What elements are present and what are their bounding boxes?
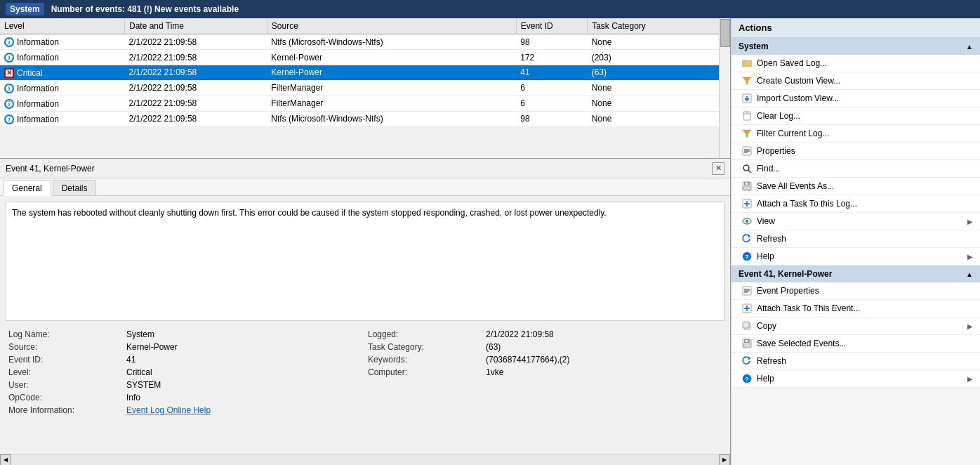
col-task-category[interactable]: Task Category xyxy=(588,18,730,34)
event-section-arrow: ▲ xyxy=(966,270,973,278)
action-refresh-system[interactable]: Refresh xyxy=(731,230,980,248)
level-text: Critical xyxy=(17,68,43,78)
svg-point-23 xyxy=(746,220,748,223)
source-cell: Ntfs (Microsoft-Windows-Ntfs) xyxy=(267,111,516,126)
action-create-custom-view[interactable]: Create Custom View... xyxy=(731,72,980,90)
vertical-scrollbar[interactable] xyxy=(719,18,730,158)
source-cell: FilterManager xyxy=(267,80,516,96)
info-icon: i xyxy=(4,37,14,47)
table-row[interactable]: iInformation2/1/2022 21:09:58FilterManag… xyxy=(0,80,730,96)
scroll-right-button[interactable]: ▶ xyxy=(719,454,730,466)
events-table: Level Date and Time Source Event ID Task xyxy=(0,18,730,127)
task_category-cell: (203) xyxy=(588,50,730,65)
keywords-label: Keywords: xyxy=(368,355,480,365)
source-cell: Kernel-Power xyxy=(267,50,516,65)
top-bar-subtitle: Number of events: 481 (!) New events ava… xyxy=(51,4,239,14)
action-help-system[interactable]: ?Help▶ xyxy=(731,248,980,266)
source-label: Source: xyxy=(8,342,121,352)
action-clear-log[interactable]: Clear Log... xyxy=(731,107,980,125)
system-section-header[interactable]: System ▲ xyxy=(731,38,980,55)
tab-general[interactable]: General xyxy=(3,181,51,196)
svg-rect-38 xyxy=(743,343,750,347)
action-attach-task-log[interactable]: Attach a Task To this Log... xyxy=(731,195,980,213)
user-label: User: xyxy=(8,380,121,390)
action-properties[interactable]: Properties xyxy=(731,143,980,160)
close-button[interactable]: ✕ xyxy=(712,162,724,175)
opcode-label: OpCode: xyxy=(8,393,121,402)
table-row[interactable]: iInformation2/1/2022 21:09:58Kernel-Powe… xyxy=(0,50,730,65)
action-submenu-arrow: ▶ xyxy=(967,322,973,330)
info-icon: i xyxy=(4,99,14,109)
help-icon: ? xyxy=(741,251,753,262)
datetime-cell: 2/1/2022 21:09:58 xyxy=(124,50,267,65)
col-datetime[interactable]: Date and Time xyxy=(124,18,267,34)
system-actions-list: Open Saved Log...Create Custom View...Im… xyxy=(731,55,980,266)
action-find[interactable]: Find... xyxy=(731,160,980,178)
svg-rect-18 xyxy=(743,186,750,190)
event-detail-title: Event 41, Kernel-Power xyxy=(6,164,95,173)
filter-icon xyxy=(741,128,753,139)
svg-text:?: ? xyxy=(745,254,749,261)
action-submenu-arrow: ▶ xyxy=(967,218,973,225)
info-icon: i xyxy=(4,84,14,93)
event-section-title: Event 41, Kernel-Power xyxy=(739,269,832,279)
source-cell: FilterManager xyxy=(267,96,516,111)
task_category-cell: None xyxy=(588,80,730,96)
event-metadata: Log Name: System Logged: 2/1/2022 21:09:… xyxy=(0,327,730,421)
left-panel: Level Date and Time Source Event ID Task xyxy=(0,18,731,465)
more-info-label: More Information: xyxy=(8,405,121,415)
action-help-event[interactable]: ?Help▶ xyxy=(731,370,980,388)
level-text: Information xyxy=(17,37,59,47)
info-icon: i xyxy=(4,53,14,63)
user-value: SYSTEM xyxy=(126,380,362,390)
event_id-cell: 41 xyxy=(516,65,587,81)
table-row[interactable]: iInformation2/1/2022 21:09:58Ntfs (Micro… xyxy=(0,111,730,126)
find-icon xyxy=(741,163,753,174)
event-log-online-help-link[interactable]: Event Log Online Help xyxy=(126,405,362,415)
action-view[interactable]: View▶ xyxy=(731,213,980,230)
task_category-cell: (63) xyxy=(588,65,730,81)
action-submenu-arrow: ▶ xyxy=(967,375,973,383)
table-row[interactable]: ✕Critical2/1/2022 21:09:58Kernel-Power41… xyxy=(0,65,730,81)
folder-icon xyxy=(741,58,753,69)
action-label-copy: Copy xyxy=(757,321,776,331)
scroll-left-button[interactable]: ◀ xyxy=(0,454,11,466)
save-icon xyxy=(741,338,753,349)
action-save-selected-events[interactable]: Save Selected Events... xyxy=(731,335,980,353)
scrollbar-thumb[interactable] xyxy=(720,19,730,47)
action-submenu-arrow: ▶ xyxy=(967,253,973,261)
event-section-header[interactable]: Event 41, Kernel-Power ▲ xyxy=(731,266,980,282)
table-row[interactable]: iInformation2/1/2022 21:09:58FilterManag… xyxy=(0,96,730,111)
scroll-track[interactable] xyxy=(11,455,719,465)
attach-icon xyxy=(741,198,753,209)
action-copy[interactable]: Copy▶ xyxy=(731,317,980,335)
event-detail-tabs: General Details xyxy=(0,178,730,196)
action-refresh-event[interactable]: Refresh xyxy=(731,353,980,370)
system-section-title: System xyxy=(739,41,769,51)
tab-details[interactable]: Details xyxy=(53,180,97,195)
event_id-cell: 6 xyxy=(516,96,587,111)
view-icon xyxy=(741,216,753,227)
computer-label: Computer: xyxy=(368,367,480,377)
action-filter-current-log[interactable]: Filter Current Log... xyxy=(731,125,980,143)
svg-line-14 xyxy=(748,170,751,173)
source-cell: Kernel-Power xyxy=(267,65,516,81)
datetime-cell: 2/1/2022 21:09:58 xyxy=(124,34,267,50)
action-open-saved-log[interactable]: Open Saved Log... xyxy=(731,55,980,72)
action-event-properties[interactable]: Event Properties xyxy=(731,282,980,300)
source-value: Kernel-Power xyxy=(126,342,362,352)
main-layout: Level Date and Time Source Event ID Task xyxy=(0,18,980,465)
action-attach-task-event[interactable]: Attach Task To This Event... xyxy=(731,300,980,317)
properties-icon xyxy=(741,285,753,296)
table-header-row: Level Date and Time Source Event ID Task xyxy=(0,18,730,34)
log-name-label: Log Name: xyxy=(8,329,121,339)
horizontal-scrollbar[interactable]: ◀ ▶ xyxy=(0,454,730,465)
col-event-id[interactable]: Event ID xyxy=(516,18,587,34)
level-label: Level: xyxy=(8,367,121,377)
table-row[interactable]: iInformation2/1/2022 21:09:58Ntfs (Micro… xyxy=(0,34,730,50)
col-source[interactable]: Source xyxy=(267,18,516,34)
col-level[interactable]: Level xyxy=(0,18,124,34)
action-save-all-events[interactable]: Save All Events As... xyxy=(731,178,980,195)
attach-icon xyxy=(741,303,753,314)
action-import-custom-view[interactable]: Import Custom View... xyxy=(731,90,980,107)
